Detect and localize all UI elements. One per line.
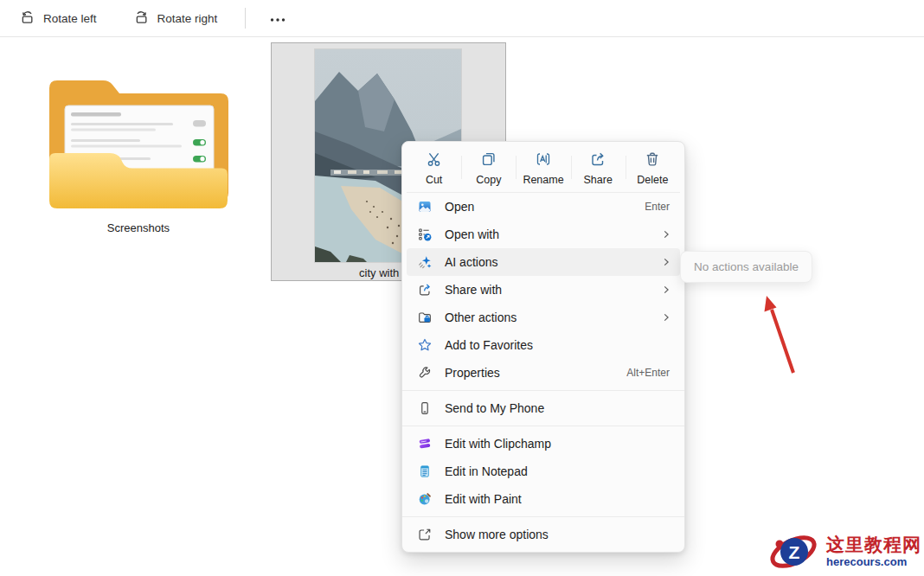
cut-label: Cut (426, 174, 442, 186)
menu-item-open[interactable]: Open Enter (407, 193, 680, 221)
rename-label: Rename (523, 174, 563, 186)
folder-tile-screenshots[interactable]: Screenshots (31, 52, 246, 234)
menu-item-add-to-favorites[interactable]: Add to Favorites (407, 331, 680, 359)
watermark-site-url: herecours.com (826, 556, 907, 568)
menu-item-share-with-label: Share with (445, 283, 502, 297)
menu-item-other-actions[interactable]: Other actions (407, 304, 680, 331)
menu-item-add-to-favorites-label: Add to Favorites (445, 338, 533, 352)
folder-label: Screenshots (31, 221, 246, 234)
delete-button[interactable]: Delete (626, 145, 680, 191)
toolbar: Rotate left Rotate right (0, 0, 924, 37)
rotate-right-button[interactable]: Rotate right (125, 3, 227, 33)
submenu-chevron-icon (661, 285, 673, 295)
open-with-icon (416, 226, 433, 243)
flyout-text: No actions available (694, 260, 799, 273)
submenu-chevron-icon (661, 257, 673, 267)
menu-item-ai-actions[interactable]: AI actions (407, 248, 680, 276)
paint-icon (416, 490, 433, 508)
share-with-icon (416, 281, 433, 298)
menu-item-share-with[interactable]: Share with (407, 276, 680, 304)
context-menu: Cut Copy (401, 141, 685, 553)
menu-item-other-actions-label: Other actions (445, 310, 517, 324)
file-explorer-window: Rotate left Rotate right (0, 0, 924, 576)
menu-item-edit-in-notepad[interactable]: Edit in Notepad (407, 458, 680, 485)
watermark-site-name: 这里教程网 (826, 535, 921, 554)
menu-item-show-more-options-label: Show more options (445, 528, 549, 541)
rename-icon (535, 150, 552, 171)
ai-actions-flyout: No actions available (680, 251, 812, 283)
copy-icon (480, 150, 497, 171)
quick-actions-row: Cut Copy (407, 145, 680, 193)
menu-item-edit-with-paint-label: Edit with Paint (445, 492, 522, 506)
menu-item-send-to-my-phone[interactable]: Send to My Phone (407, 394, 680, 422)
submenu-chevron-icon (661, 229, 673, 240)
folder-icon (41, 52, 236, 209)
copy-label: Copy (476, 174, 501, 186)
menu-item-open-with-label: Open with (445, 227, 499, 241)
share-icon (589, 150, 606, 171)
menu-item-properties-shortcut: Alt+Enter (626, 367, 673, 379)
menu-item-edit-with-clipchamp-label: Edit with Clipchamp (445, 437, 551, 451)
menu-separator (402, 390, 684, 391)
share-button[interactable]: Share (571, 145, 626, 191)
cut-button[interactable]: Cut (407, 145, 461, 191)
clipchamp-icon (416, 435, 433, 452)
menu-item-edit-with-paint[interactable]: Edit with Paint (407, 485, 680, 513)
cut-icon (426, 150, 443, 171)
rotate-left-label: Rotate left (43, 12, 97, 25)
image-file-icon (416, 198, 433, 215)
rotate-left-icon (19, 9, 35, 28)
menu-item-properties[interactable]: Properties Alt+Enter (407, 359, 680, 387)
rename-button[interactable]: Rename (516, 145, 570, 191)
menu-item-send-to-my-phone-label: Send to My Phone (445, 401, 544, 415)
menu-separator (402, 516, 684, 517)
delete-label: Delete (637, 174, 668, 186)
rotate-right-icon (133, 9, 150, 28)
share-label: Share (584, 174, 613, 186)
delete-icon (644, 150, 661, 171)
watermark: Z 这里教程网 herecours.com (768, 529, 921, 574)
menu-item-show-more-options[interactable]: Show more options (407, 521, 680, 548)
other-actions-icon (416, 309, 433, 326)
notepad-icon (416, 463, 433, 480)
wrench-icon (416, 364, 433, 381)
rotate-left-button[interactable]: Rotate left (10, 3, 106, 33)
menu-item-open-with[interactable]: Open with (407, 221, 680, 248)
watermark-logo-icon: Z (768, 529, 822, 574)
menu-item-edit-in-notepad-label: Edit in Notepad (445, 464, 528, 478)
menu-item-properties-label: Properties (445, 366, 500, 380)
menu-item-ai-actions-label: AI actions (445, 255, 497, 269)
phone-icon (416, 400, 433, 417)
watermark-logo-letter: Z (789, 542, 800, 562)
ellipsis-icon (270, 10, 286, 26)
menu-item-open-shortcut: Enter (645, 201, 673, 213)
show-more-icon (416, 526, 433, 543)
star-icon (416, 336, 433, 354)
submenu-chevron-icon (661, 312, 673, 323)
see-more-button[interactable] (260, 3, 296, 33)
menu-separator (402, 426, 684, 426)
toolbar-divider (245, 8, 246, 29)
rotate-right-label: Rotate right (157, 12, 218, 25)
copy-button[interactable]: Copy (461, 145, 516, 191)
ai-sparkle-icon (416, 253, 433, 271)
menu-item-open-label: Open (445, 200, 474, 214)
menu-item-edit-with-clipchamp[interactable]: Edit with Clipchamp (407, 430, 680, 458)
